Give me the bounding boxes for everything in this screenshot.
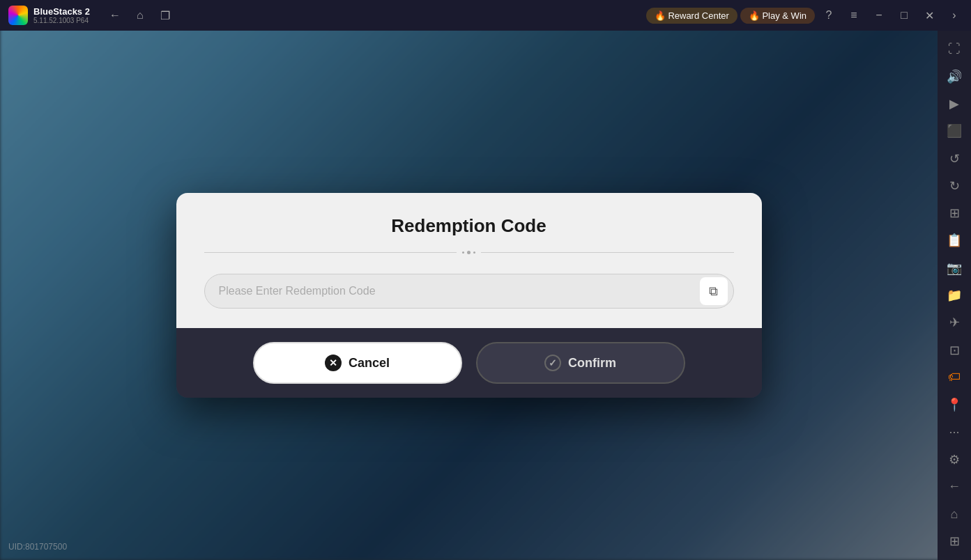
video-icon[interactable]: ▶ — [940, 91, 968, 117]
dialog-top-section: Redemption Code ⧉ — [176, 193, 762, 328]
rotate-ccw-icon[interactable]: ↻ — [940, 173, 968, 199]
layers-icon[interactable]: ⊞ — [940, 201, 968, 226]
copy-window-button[interactable]: ❐ — [154, 4, 176, 26]
fullscreen-icon[interactable]: ⛶ — [940, 36, 968, 62]
plane-icon[interactable]: ✈ — [940, 310, 968, 336]
topbar: BlueStacks 2 5.11.52.1003 P64 ← ⌂ ❐ 🔥 Re… — [0, 0, 971, 31]
rotate-cw-icon[interactable]: ↺ — [940, 146, 968, 171]
confirm-label: Confirm — [568, 356, 616, 371]
paste-button[interactable]: ⧉ — [700, 277, 728, 305]
divider-dots — [462, 251, 475, 254]
tag-icon[interactable]: 🏷 — [940, 364, 968, 390]
home-button[interactable]: ⌂ — [129, 4, 151, 26]
settings-icon[interactable]: ⚙ — [940, 446, 968, 472]
confirm-icon: ✓ — [544, 355, 561, 371]
sidebar-back-icon[interactable]: ← — [940, 474, 968, 499]
cancel-label: Cancel — [349, 356, 390, 371]
back-button[interactable]: ← — [104, 4, 126, 26]
folder-icon[interactable]: 📁 — [940, 282, 968, 308]
sidebar-grid-icon[interactable]: ⊞ — [940, 529, 968, 554]
screenshot-icon[interactable]: ⬛ — [940, 118, 968, 144]
redemption-code-input[interactable] — [219, 275, 697, 307]
sidebar-home-icon[interactable]: ⌂ — [940, 501, 968, 527]
dialog-overlay: Redemption Code ⧉ ✕ Cancel — [0, 31, 938, 560]
dialog-bottom-section: ✕ Cancel ✓ Confirm — [176, 328, 762, 398]
location-icon[interactable]: 📍 — [940, 391, 968, 417]
app-title-group: BlueStacks 2 5.11.52.1003 P64 — [33, 6, 90, 24]
confirm-button[interactable]: ✓ Confirm — [476, 342, 685, 384]
play-win-button[interactable]: 🔥 Play & Win — [740, 8, 815, 24]
compress-icon[interactable]: ⊡ — [940, 337, 968, 363]
divider-line-right — [481, 252, 734, 253]
reward-center-button[interactable]: 🔥 Reward Center — [646, 8, 737, 24]
divider-dot-1 — [462, 251, 464, 254]
divider-dot-2 — [467, 251, 471, 254]
speaker-icon[interactable]: 🔊 — [940, 63, 968, 89]
minimize-button[interactable]: − — [868, 4, 890, 26]
cancel-button[interactable]: ✕ Cancel — [253, 342, 462, 384]
help-button[interactable]: ? — [818, 4, 840, 26]
restore-button[interactable]: □ — [893, 4, 915, 26]
app-version: 5.11.52.1003 P64 — [33, 17, 90, 24]
topbar-right-area: 🔥 Reward Center 🔥 Play & Win ? ≡ − □ ✕ › — [646, 4, 971, 26]
right-sidebar: ⛶ 🔊 ▶ ⬛ ↺ ↻ ⊞ 📋 📷 📁 ✈ ⊡ 🏷 📍 ··· ⚙ ← ⌂ ⊞ — [938, 31, 971, 560]
app-logo: BlueStacks 2 5.11.52.1003 P64 — [0, 6, 98, 25]
divider-line-left — [204, 252, 457, 253]
dialog-title: Redemption Code — [204, 215, 734, 237]
app-name: BlueStacks 2 — [33, 6, 90, 17]
bluestacks-icon — [8, 6, 28, 25]
dialog-divider — [204, 251, 734, 254]
camera-icon[interactable]: 📷 — [940, 255, 968, 281]
redemption-input-row: ⧉ — [204, 274, 734, 309]
expand-button[interactable]: › — [943, 4, 965, 26]
menu-button[interactable]: ≡ — [843, 4, 865, 26]
more-options-icon[interactable]: ··· — [940, 419, 968, 445]
cancel-icon: ✕ — [325, 355, 342, 371]
nav-buttons: ← ⌂ ❐ — [104, 4, 176, 26]
redemption-dialog: Redemption Code ⧉ ✕ Cancel — [176, 193, 762, 398]
divider-dot-3 — [473, 251, 475, 254]
close-button[interactable]: ✕ — [918, 4, 940, 26]
book-icon[interactable]: 📋 — [940, 228, 968, 254]
